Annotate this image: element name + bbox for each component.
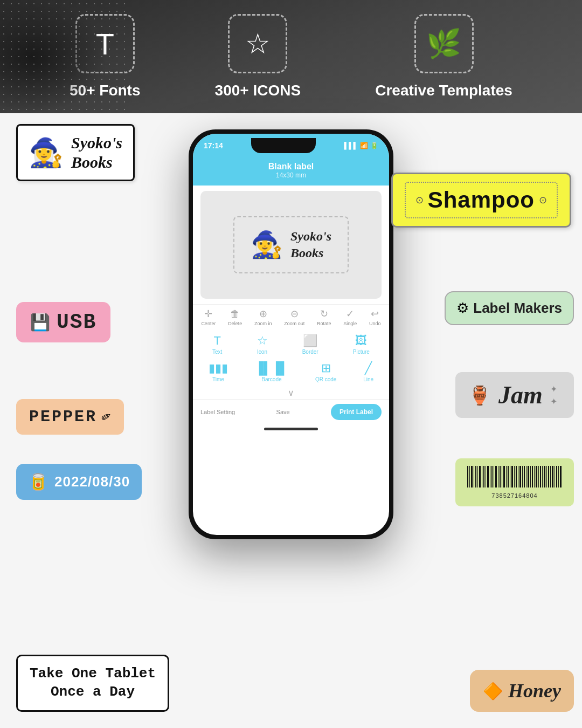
tool-time[interactable]: ▮▮▮ Time <box>209 361 228 382</box>
svg-rect-1 <box>469 466 470 487</box>
barcode-label: 738527164804 <box>455 458 574 506</box>
svg-rect-42 <box>552 466 553 487</box>
center-icon: ✛ <box>204 308 212 320</box>
phone-canvas[interactable]: 🧙‍♀️ Syoko's Books <box>200 191 382 299</box>
templates-icon-box: 🌿 <box>414 14 474 73</box>
svg-rect-29 <box>526 466 526 487</box>
syoko-witch-icon: 🧙‍♀️ <box>29 136 64 169</box>
leaf-icon: 🌿 <box>426 28 461 60</box>
phone-toolbar[interactable]: ✛ Center 🗑 Delete ⊕ Zoom in ⊖ Zoom out ↻ <box>193 304 389 329</box>
svg-rect-14 <box>495 466 497 487</box>
phone-screen: 17:14 ▌▌▌ 📶 🔋 Blank label 14x30 mm 🧙‍♀️ <box>193 134 389 535</box>
shampoo-screw-right: ⊙ <box>539 194 547 206</box>
main-area: 17:14 ▌▌▌ 📶 🔋 Blank label 14x30 mm 🧙‍♀️ <box>0 113 582 728</box>
usb-text: USB <box>57 311 96 334</box>
phone-tools-row2[interactable]: ▮▮▮ Time ▐▌▐▌ Barcode ⊞ QR code ╱ Line <box>193 359 389 387</box>
tool-line[interactable]: ╱ Line <box>363 361 373 382</box>
expand-icon[interactable]: ∨ <box>193 387 389 399</box>
svg-rect-16 <box>500 466 501 487</box>
svg-rect-32 <box>532 466 533 487</box>
usb-icon: 💾 <box>30 313 50 332</box>
makers-gear-icon: ⚙ <box>456 300 469 317</box>
tool-barcode[interactable]: ▐▌▐▌ Barcode <box>255 361 288 382</box>
svg-rect-40 <box>548 466 549 487</box>
phone-mockup: 17:14 ▌▌▌ 📶 🔋 Blank label 14x30 mm 🧙‍♀️ <box>189 129 393 539</box>
jam-text: Jam <box>498 381 543 409</box>
battery-icon: 🔋 <box>370 142 378 149</box>
svg-rect-19 <box>506 466 507 487</box>
svg-rect-44 <box>556 466 557 487</box>
undo-icon: ↩ <box>371 308 379 320</box>
jam-label: 🏺 Jam ✦ ✦ <box>455 372 574 418</box>
svg-rect-6 <box>479 466 481 487</box>
toolbar-zoom-out[interactable]: ⊖ Zoom out <box>284 308 304 326</box>
line-tool-icon: ╱ <box>365 361 372 375</box>
svg-rect-38 <box>544 466 545 487</box>
pepper-pencil-icon: ✏ <box>99 408 114 425</box>
tablet-label: Take One Tablet Once a Day <box>16 655 169 712</box>
svg-rect-27 <box>522 466 523 487</box>
shampoo-inner: ⊙ Shampoo ⊙ <box>405 182 558 218</box>
toolbar-zoom-in[interactable]: ⊕ Zoom in <box>254 308 272 326</box>
icons-label: 300+ ICONS <box>215 82 301 99</box>
tool-qr[interactable]: ⊞ QR code <box>315 361 336 382</box>
header: T 50+ Fonts ☆ 300+ ICONS 🌿 Creative Temp… <box>0 0 582 113</box>
wifi-icon: 📶 <box>360 142 368 149</box>
svg-rect-7 <box>482 466 482 487</box>
svg-rect-36 <box>540 466 541 487</box>
honey-label: 🔶 Honey <box>470 670 574 712</box>
svg-rect-17 <box>502 466 502 487</box>
svg-rect-26 <box>519 466 521 487</box>
zoom-out-icon: ⊖ <box>290 308 299 320</box>
label-setting[interactable]: Label Setting <box>200 409 235 415</box>
svg-rect-13 <box>494 466 494 487</box>
svg-rect-11 <box>490 466 490 487</box>
witch-icon: 🧙‍♀️ <box>251 230 283 260</box>
icons-icon-box: ☆ <box>228 14 287 73</box>
fonts-icon: T <box>96 26 114 61</box>
status-bar: 17:14 ▌▌▌ 📶 🔋 <box>193 134 389 157</box>
toolbar-delete[interactable]: 🗑 Delete <box>228 308 242 326</box>
tablet-text: Take One Tablet Once a Day <box>30 665 156 702</box>
shampoo-screw-left: ⊙ <box>415 194 424 206</box>
toolbar-rotate[interactable]: ↻ Rotate <box>317 308 331 326</box>
app-header: Blank label 14x30 mm <box>193 157 389 186</box>
svg-rect-9 <box>486 466 486 487</box>
barcode-svg <box>466 466 563 490</box>
label-makers-label: ⚙ Label Makers <box>445 291 574 325</box>
svg-rect-4 <box>475 466 476 487</box>
phone-tools-row1[interactable]: T Text ☆ Icon ⬜ Border 🖼 Picture <box>193 329 389 359</box>
header-icons: ☆ 300+ ICONS <box>215 14 301 99</box>
svg-rect-24 <box>516 466 517 487</box>
tool-border[interactable]: ⬜ Border <box>302 334 318 355</box>
svg-rect-33 <box>534 466 535 487</box>
toolbar-undo[interactable]: ↩ Undo <box>369 308 381 326</box>
icon-tool-icon: ☆ <box>257 334 268 348</box>
qr-tool-icon: ⊞ <box>321 361 331 375</box>
svg-rect-15 <box>498 466 498 487</box>
zoom-in-icon: ⊕ <box>259 308 267 320</box>
svg-rect-8 <box>483 466 484 487</box>
toolbar-single[interactable]: ✓ Single <box>343 308 357 326</box>
svg-rect-2 <box>471 466 473 487</box>
save-button[interactable]: Save <box>276 409 290 415</box>
time-tool-icon: ▮▮▮ <box>209 361 228 375</box>
syoko-text: Syoko's Books <box>71 133 122 172</box>
pepper-label: PEPPER ✏ <box>16 399 124 435</box>
svg-rect-20 <box>508 466 509 487</box>
canvas-content: 🧙‍♀️ Syoko's Books <box>233 216 349 273</box>
tool-icon[interactable]: ☆ Icon <box>257 334 268 355</box>
header-templates: 🌿 Creative Templates <box>375 14 512 99</box>
print-button[interactable]: Print Label <box>331 404 382 420</box>
header-fonts: T 50+ Fonts <box>70 14 140 99</box>
time: 17:14 <box>204 141 223 150</box>
canvas-label-text: Syoko's Books <box>290 228 331 262</box>
tool-picture[interactable]: 🖼 Picture <box>353 334 370 355</box>
svg-rect-0 <box>467 466 468 487</box>
svg-rect-5 <box>477 466 478 487</box>
svg-rect-37 <box>542 466 543 487</box>
makers-text: Label Makers <box>473 300 562 317</box>
tool-text[interactable]: T Text <box>212 334 222 355</box>
toolbar-center[interactable]: ✛ Center <box>201 308 216 326</box>
svg-rect-21 <box>510 466 510 487</box>
